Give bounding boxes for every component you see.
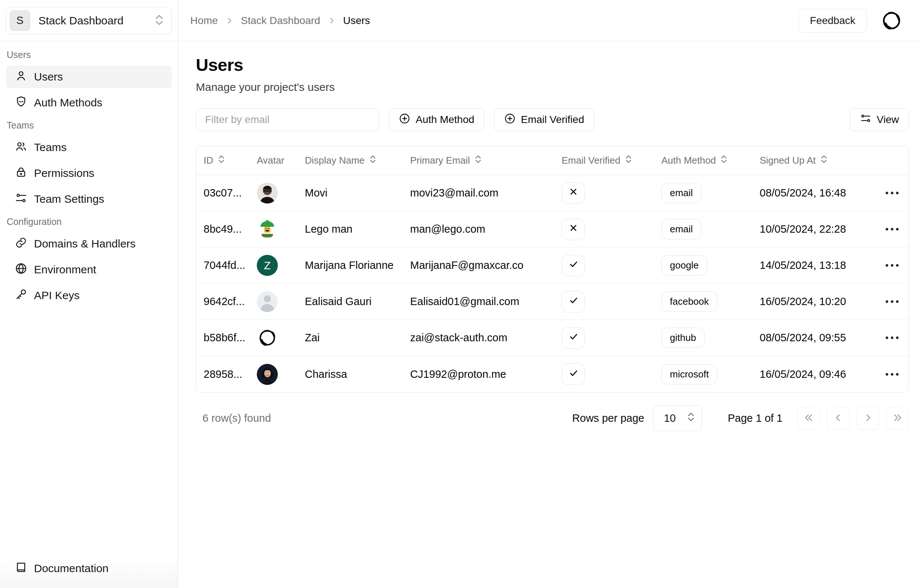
sidebar-section-users: Users	[6, 50, 172, 60]
sidebar-item-label: Permissions	[34, 167, 94, 179]
pagination-controls: Rows per page 10 Page 1 of 1	[572, 405, 909, 431]
plus-circle-icon	[504, 113, 516, 127]
sidebar-item-label: API Keys	[34, 289, 79, 302]
page-subtitle: Manage your project's users	[196, 81, 909, 94]
column-header-id[interactable]: ID	[196, 154, 257, 167]
check-icon	[569, 368, 578, 380]
avatar-letter: Z	[257, 255, 278, 276]
main-area: Home Stack Dashboard Users Feedback User…	[178, 0, 920, 588]
email-verified-filter-button[interactable]: Email Verified	[494, 108, 594, 131]
rows-per-page-label: Rows per page	[572, 412, 645, 424]
sidebar-header: S Stack Dashboard	[0, 0, 178, 41]
column-header-signed-up-at[interactable]: Signed Up At	[760, 154, 876, 167]
row-actions-button[interactable]	[882, 224, 902, 234]
table-row[interactable]: b58b6f... Zai zai@stack-auth.com github …	[196, 320, 909, 356]
primary-email: MarijanaF@gmaxcar.co	[410, 259, 562, 271]
chevrons-left-icon	[803, 412, 814, 424]
lock-icon	[15, 166, 28, 181]
chevron-right-icon	[862, 412, 873, 424]
row-actions-button[interactable]	[882, 297, 902, 307]
sidebar-item-api-keys[interactable]: API Keys	[6, 284, 172, 307]
next-page-button[interactable]	[857, 407, 880, 430]
avatar-photo-man	[257, 183, 278, 204]
user-avatar[interactable]	[881, 10, 902, 31]
table-row[interactable]: 28958... Charissa CJ1992@proton.me micro…	[196, 356, 909, 392]
page-indicator: Page 1 of 1	[728, 412, 782, 424]
breadcrumb-current[interactable]: Users	[343, 15, 370, 27]
project-logo: S	[10, 10, 30, 31]
table-row[interactable]: 8bc49... Lego man man@lego.com email 10/…	[196, 211, 909, 247]
breadcrumb-project[interactable]: Stack Dashboard	[241, 15, 320, 27]
signed-up-at: 14/05/2024, 13:18	[760, 259, 876, 271]
table-row[interactable]: 7044fd... Z Marijana Florianne MarijanaF…	[196, 247, 909, 284]
toolbar: Auth Method Email Verified View	[196, 108, 909, 131]
display-name: Marijana Florianne	[305, 259, 410, 271]
email-verified-badge	[562, 255, 585, 276]
sidebar-item-label: Users	[34, 71, 63, 83]
view-button[interactable]: View	[850, 108, 909, 131]
check-icon	[569, 259, 578, 271]
rows-found-label: 6 row(s) found	[202, 412, 271, 424]
primary-email: zai@stack-auth.com	[410, 332, 562, 344]
table-row[interactable]: 9642cf... Ealisaid Gauri Ealisaid01@gmai…	[196, 284, 909, 320]
chevron-right-icon	[328, 17, 336, 25]
filter-email-input[interactable]	[196, 108, 379, 131]
rows-per-page-select[interactable]: 10	[653, 405, 702, 431]
column-header-auth-method[interactable]: Auth Method	[661, 154, 760, 167]
row-actions-button[interactable]	[882, 188, 902, 198]
feedback-button[interactable]: Feedback	[799, 9, 867, 32]
row-actions-button[interactable]	[882, 333, 902, 343]
table-footer: 6 row(s) found Rows per page 10 Page 1 o…	[196, 405, 909, 442]
sidebar-item-environment[interactable]: Environment	[6, 258, 172, 281]
app-root: S Stack Dashboard Users Users Auth Metho…	[0, 0, 920, 588]
topbar: Home Stack Dashboard Users Feedback	[178, 0, 920, 41]
column-header-primary-email[interactable]: Primary Email	[410, 154, 562, 167]
email-verified-badge	[562, 363, 585, 385]
table-row[interactable]: 03c07... Movi movi23@mail.com email 08/0…	[196, 175, 909, 211]
prev-page-button[interactable]	[827, 407, 850, 430]
x-icon	[569, 223, 578, 235]
key-icon	[15, 288, 28, 303]
auth-method-filter-button[interactable]: Auth Method	[389, 108, 484, 131]
people-icon	[15, 140, 28, 155]
auth-method-badge: email	[661, 219, 701, 239]
column-header-email-verified[interactable]: Email Verified	[562, 154, 661, 167]
sort-icon	[218, 154, 225, 167]
topbar-right: Feedback	[799, 9, 902, 32]
sidebar-item-auth-methods[interactable]: Auth Methods	[6, 91, 172, 114]
user-id: b58b6f...	[196, 332, 257, 344]
auth-method-badge: microsoft	[661, 364, 717, 384]
user-id: 9642cf...	[196, 296, 257, 308]
sidebar-item-label: Documentation	[34, 562, 109, 575]
sort-icon	[369, 154, 376, 167]
sort-icon	[820, 154, 828, 167]
sidebar-section-teams: Teams	[6, 120, 172, 131]
user-id: 8bc49...	[196, 223, 257, 235]
sidebar-item-domains-handlers[interactable]: Domains & Handlers	[6, 232, 172, 255]
sidebar-item-users[interactable]: Users	[6, 65, 172, 88]
column-header-display-name[interactable]: Display Name	[305, 154, 410, 167]
last-page-button[interactable]	[886, 407, 909, 430]
breadcrumb-home[interactable]: Home	[190, 15, 218, 27]
page-title: Users	[196, 55, 909, 75]
globe-icon	[15, 262, 28, 277]
sidebar-item-documentation[interactable]: Documentation	[6, 557, 172, 580]
display-name: Ealisaid Gauri	[305, 296, 410, 308]
display-name: Movi	[305, 187, 410, 199]
sidebar-item-label: Team Settings	[34, 193, 104, 205]
primary-email: movi23@mail.com	[410, 187, 562, 199]
sidebar-item-teams[interactable]: Teams	[6, 136, 172, 159]
row-actions-button[interactable]	[882, 369, 902, 379]
auth-method-badge: github	[661, 328, 705, 348]
avatar-ink-ring	[257, 327, 278, 348]
book-icon	[15, 561, 28, 576]
project-selector[interactable]: S Stack Dashboard	[6, 7, 172, 34]
user-id: 28958...	[196, 368, 257, 380]
avatar-letter-glyph: Z	[264, 259, 270, 272]
sidebar-item-team-settings[interactable]: Team Settings	[6, 187, 172, 210]
email-not-verified-badge	[562, 219, 585, 240]
breadcrumb: Home Stack Dashboard Users	[190, 15, 370, 27]
row-actions-button[interactable]	[882, 260, 902, 270]
sidebar-item-permissions[interactable]: Permissions	[6, 162, 172, 185]
first-page-button[interactable]	[797, 407, 820, 430]
